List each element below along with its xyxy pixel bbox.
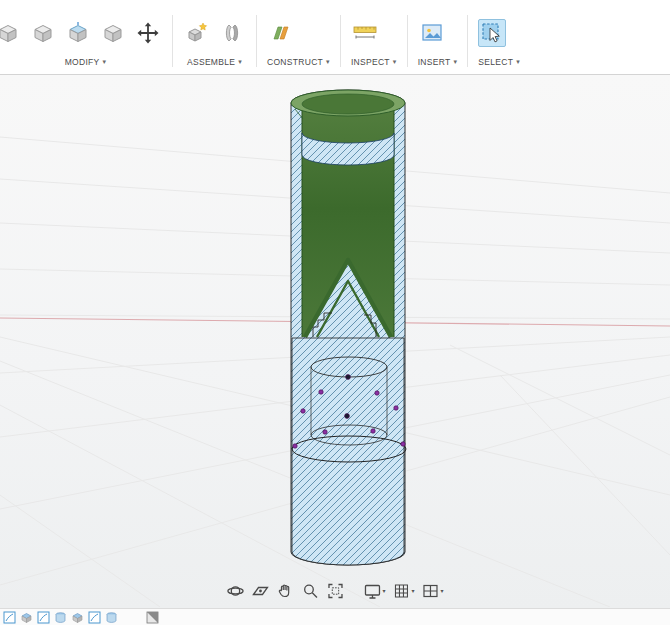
inspect-menu-button[interactable]: INSPECT ▾ [351,55,397,69]
pan-button[interactable] [274,580,296,602]
chevron-down-icon: ▾ [393,58,397,66]
select-menu-label: SELECT [478,57,513,67]
assemble-icons [183,11,246,55]
display-settings-button[interactable]: ▾ [361,580,387,602]
toolbar-divider [172,15,173,67]
timeline-sketch-icon[interactable] [37,611,50,624]
timeline-sketch-icon[interactable] [3,611,16,624]
measure-icon[interactable] [351,19,379,47]
chevron-down-icon: ▾ [238,58,242,66]
insert-menu-button[interactable]: INSERT ▾ [418,55,458,69]
section-model[interactable] [291,90,406,565]
new-component-icon[interactable] [183,19,211,47]
timeline-extrude-icon[interactable] [20,611,33,624]
viewport-canvas[interactable]: ▾ ▾ ▾ [0,75,670,608]
chevron-down-icon: ▾ [382,588,385,594]
toolbar-divider [467,15,468,67]
toolbar-group-inspect: INSPECT ▾ [342,0,406,74]
timeline-section-analysis-icon[interactable] [146,611,159,624]
orbit-button[interactable] [224,580,246,602]
modify-menu-label: MODIFY [65,57,100,67]
toolbar-divider [256,15,257,67]
viewport-scene [0,75,670,607]
chevron-down-icon: ▾ [326,58,330,66]
press-pull-icon[interactable] [64,19,92,47]
toolbar-divider [407,15,408,67]
fusion-window: MODIFY ▾ ASSEMBLE ▾ [0,0,670,625]
top-toolbar: MODIFY ▾ ASSEMBLE ▾ [0,0,670,75]
navigation-bar: ▾ ▾ ▾ [220,578,449,604]
model-top-bore [302,94,394,114]
chevron-down-icon: ▾ [441,588,444,594]
timeline-bar [0,608,670,625]
select-cursor-icon[interactable] [478,19,506,47]
assemble-menu-button[interactable]: ASSEMBLE ▾ [183,55,246,69]
inspect-icons [351,11,397,55]
timeline-extrude-icon[interactable] [71,611,84,624]
select-menu-button[interactable]: SELECT ▾ [478,55,520,69]
move-icon[interactable] [134,19,162,47]
construction-plane-icon[interactable] [267,19,295,47]
chevron-down-icon: ▾ [103,58,107,66]
construct-icons [267,11,330,55]
fit-button[interactable] [324,580,346,602]
toolbar-group-assemble: ASSEMBLE ▾ [174,0,255,74]
toolbar-group-modify: MODIFY ▾ [0,0,171,74]
modify-icons [9,11,162,55]
look-at-button[interactable] [249,580,271,602]
grid-and-snaps-button[interactable]: ▾ [390,580,416,602]
toolbar-divider [340,15,341,67]
joint-icon[interactable] [218,19,246,47]
insert-menu-label: INSERT [418,57,451,67]
construct-menu-label: CONSTRUCT [267,57,323,67]
assemble-menu-label: ASSEMBLE [187,57,235,67]
cube-tool-icon[interactable] [99,19,127,47]
select-icons [478,11,520,55]
toolbar-group-construct: CONSTRUCT ▾ [258,0,339,74]
viewports-button[interactable]: ▾ [420,580,446,602]
modify-menu-button[interactable]: MODIFY ▾ [9,55,162,69]
chevron-down-icon: ▾ [411,588,414,594]
chevron-down-icon: ▾ [516,58,520,66]
cube-tool-icon[interactable] [0,19,22,47]
timeline-sketch-icon[interactable] [88,611,101,624]
cube-tool-icon[interactable] [29,19,57,47]
timeline-cylinder-icon[interactable] [54,611,67,624]
toolbar-group-insert: INSERT ▾ [409,0,467,74]
zoom-button[interactable] [299,580,321,602]
construct-menu-button[interactable]: CONSTRUCT ▾ [267,55,330,69]
chevron-down-icon: ▾ [454,58,458,66]
toolbar-group-select: SELECT ▾ [469,0,529,74]
timeline-cylinder-icon[interactable] [105,611,118,624]
inspect-menu-label: INSPECT [351,57,390,67]
insert-icons [418,11,458,55]
insert-image-icon[interactable] [418,19,446,47]
